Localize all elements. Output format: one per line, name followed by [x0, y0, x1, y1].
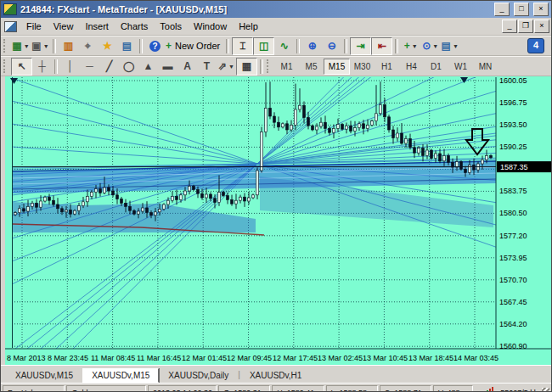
chart-tab-3[interactable]: XAUUSDv,H1: [240, 368, 312, 383]
window-title: 214844: FXstart - MetaTrader - [XAUUSDv,…: [20, 4, 490, 14]
crosshair-icon: ┼: [38, 60, 46, 72]
market-watch-button[interactable]: ▥: [59, 38, 78, 54]
chart-area[interactable]: 1600.051596.751593.501590.251583.751580.…: [1, 76, 551, 353]
ellipse-button[interactable]: ◯: [119, 59, 138, 75]
cursor-button[interactable]: ↖: [11, 58, 32, 76]
status-close-price: C: 1588.71: [380, 385, 431, 392]
mql-community-icon[interactable]: 4: [527, 38, 544, 53]
menu-tools[interactable]: Tools: [154, 20, 188, 33]
help-button[interactable]: ?: [145, 38, 165, 54]
timeframe-d1-button[interactable]: D1: [424, 59, 448, 74]
caret-down-icon: ▼: [412, 43, 418, 49]
svg-text:1580.50: 1580.50: [499, 209, 527, 217]
timeframe-m30-button[interactable]: M30: [350, 59, 375, 74]
data-window-button[interactable]: ⌖: [78, 38, 98, 54]
chart-candles-button[interactable]: ◫: [253, 37, 274, 55]
caret-down-icon: ▼: [228, 64, 234, 70]
menu-charts[interactable]: Charts: [115, 20, 154, 33]
title-bar: 214844: FXstart - MetaTrader - [XAUUSDv,…: [1, 1, 551, 18]
toolbar-grip[interactable]: [3, 59, 8, 73]
timeframe-w1-button[interactable]: W1: [448, 59, 473, 74]
profiles-icon: ▣: [31, 40, 41, 52]
menu-window[interactable]: Window: [188, 20, 233, 33]
maximize-button[interactable]: □: [514, 3, 529, 16]
menu-insert[interactable]: Insert: [79, 20, 115, 33]
svg-text:1577.20: 1577.20: [499, 232, 527, 240]
svg-text:1583.75: 1583.75: [499, 187, 527, 195]
price-chart[interactable]: 1600.051596.751593.501590.251583.751580.…: [5, 76, 552, 353]
zoom-in-icon: ⊕: [308, 40, 317, 52]
arrows-icon: ⇗: [218, 60, 227, 72]
timeframe-m15-button[interactable]: M15: [324, 59, 350, 75]
zoom-out-button[interactable]: ⊖: [322, 38, 341, 54]
time-axis-label: 13 Mar 02:45: [318, 354, 363, 362]
text-label-button[interactable]: T: [197, 59, 217, 75]
new-chart-button[interactable]: ▦▼: [11, 38, 31, 54]
chart-tab-1[interactable]: XAUUSDv,M15: [82, 368, 159, 383]
menu-file[interactable]: File: [20, 20, 48, 33]
vertical-line-button[interactable]: │: [60, 59, 80, 75]
auto-scroll-button[interactable]: ⇥: [350, 37, 371, 55]
vertical-line-icon: │: [67, 60, 74, 72]
terminal-button[interactable]: ▤: [117, 38, 137, 54]
timeframe-mn-button[interactable]: MN: [473, 59, 498, 74]
menu-view[interactable]: View: [48, 20, 80, 33]
caret-down-icon: ▼: [43, 43, 49, 49]
time-axis-label: 13 Mar 18:45: [408, 354, 453, 362]
toolbar-grip[interactable]: [267, 59, 272, 73]
status-traffic: 55027/5 kb: [497, 389, 542, 392]
new-order-label: New Order: [172, 41, 222, 51]
zoom-out-icon: ⊖: [328, 40, 336, 52]
periods-button[interactable]: ⊙▼: [420, 38, 440, 54]
ellipse-icon: ◯: [123, 60, 134, 72]
time-axis-label: 13 Mar 10:45: [363, 354, 408, 362]
crosshair-button[interactable]: ┼: [32, 59, 52, 75]
child-close-button[interactable]: ×: [534, 20, 549, 33]
caret-down-icon: ▼: [453, 43, 459, 49]
child-restore-button[interactable]: ❐: [518, 20, 533, 33]
timeframe-h4-button[interactable]: H4: [399, 59, 424, 74]
navigator-icon: ★: [103, 40, 112, 52]
text-label-icon: T: [204, 60, 210, 72]
indicators-button[interactable]: +▼: [401, 38, 420, 54]
chart-tab-0[interactable]: XAUUSDv,M15: [6, 368, 82, 383]
chart-bars-button[interactable]: ⌶: [232, 37, 253, 55]
zoom-in-button[interactable]: ⊕: [302, 38, 322, 54]
new-order-button[interactable]: +New Order: [165, 38, 223, 54]
menu-help[interactable]: Help: [233, 20, 264, 33]
arrows-button[interactable]: ⇗▼: [217, 59, 236, 75]
close-button[interactable]: ×: [533, 3, 549, 16]
horizontal-line-icon: ─: [86, 60, 93, 72]
chart-shift-button[interactable]: ⇤: [371, 37, 392, 55]
resize-grip[interactable]: [542, 388, 549, 392]
market-watch-icon: ▥: [64, 40, 73, 52]
timeframe-h1-button[interactable]: H1: [375, 59, 399, 74]
chart-candles-icon: ◫: [259, 40, 268, 52]
data-window-icon: ⌖: [85, 40, 91, 52]
chart-window-icon[interactable]: [4, 21, 17, 32]
svg-text:1587.35: 1587.35: [500, 163, 528, 171]
templates-button[interactable]: ▤▼: [440, 38, 459, 54]
trendline-button[interactable]: ╱: [99, 59, 119, 75]
shapes-grid-button[interactable]: ▦: [236, 58, 257, 76]
menu-bar: FileViewInsertChartsToolsWindowHelp _ ❐ …: [1, 18, 551, 36]
timeframe-m1-button[interactable]: M1: [274, 59, 299, 74]
toolbar-grip[interactable]: [3, 39, 8, 53]
horizontal-line-button[interactable]: ─: [80, 59, 99, 75]
text-button[interactable]: A: [177, 59, 197, 75]
chart-tab-2[interactable]: XAUUSDv,Daily: [159, 368, 238, 383]
status-open-price: O: 1589.31: [218, 385, 270, 392]
profiles-button[interactable]: ▣▼: [31, 38, 50, 54]
child-minimize-button[interactable]: _: [502, 20, 517, 33]
time-axis-label: 8 Mar 2013: [7, 354, 46, 362]
triangle-button[interactable]: ▲: [138, 59, 158, 75]
navigator-button[interactable]: ★: [98, 38, 117, 54]
minimize-button[interactable]: _: [494, 3, 510, 16]
chart-line-button[interactable]: ∿: [274, 38, 294, 54]
svg-text:1590.25: 1590.25: [499, 143, 527, 151]
toolbar-separator: [296, 39, 300, 53]
status-bar-time: 2013.03.14 02:30: [148, 385, 217, 392]
status-volume: V: 488: [433, 385, 473, 392]
timeframe-m5-button[interactable]: M5: [299, 59, 324, 74]
rectangle-button[interactable]: ▬: [158, 59, 177, 75]
